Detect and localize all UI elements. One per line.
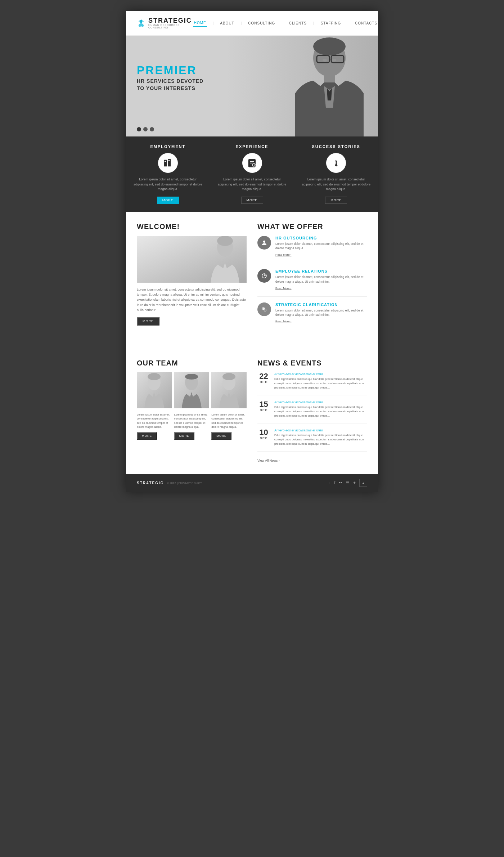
hr-outsourcing-icon-svg — [261, 239, 267, 246]
main-nav: HOME | ABOUT | CONSULTING | CLIENTS | ST… — [193, 20, 378, 27]
news-month-3: DEC — [257, 436, 270, 440]
team-member-2-btn[interactable]: MORE — [174, 432, 194, 440]
welcome-section: WELCOME! Lorem ipsum dolor sit amet, con… — [137, 223, 247, 336]
nav-staffing[interactable]: STAFFING — [320, 20, 342, 26]
news-desc-1: Edio dignissimos ducimus qui blanditiis … — [274, 377, 367, 390]
svg-point-21 — [263, 241, 265, 243]
offer-hr-read-more[interactable]: Read More — [275, 253, 291, 256]
section-divider — [137, 348, 367, 348]
feature-experience-icon — [242, 153, 262, 173]
svg-point-30 — [148, 373, 161, 380]
offer-strategic-clarification: STRATEGIC CLARIFICATION Lorem ipsum dolo… — [257, 302, 367, 330]
feature-employment-btn[interactable]: MORE — [157, 197, 179, 204]
logo-subtitle: HUMAN RESOURCES CONSULTING — [148, 24, 193, 29]
hero-section: PREMIER HR SERVICES DEVOTED TO YOUR INTE… — [126, 36, 378, 136]
svg-rect-8 — [164, 160, 167, 166]
view-all-news[interactable]: View All News — [257, 459, 280, 462]
logo-icon — [137, 18, 145, 28]
team-title: OUR TEAM — [137, 359, 247, 367]
hero-dots — [137, 127, 154, 131]
news-title-1: At vero eos et accusamus et iusto — [274, 372, 367, 376]
welcome-title: WELCOME! — [137, 223, 247, 231]
footer-brand: STRATEGIC — [137, 481, 164, 485]
offer-employee-content: EMPLOYEE RELATIONS Lorem ipsum dolor sit… — [275, 269, 367, 291]
employee-relations-icon-svg — [261, 273, 267, 279]
svg-point-5 — [323, 59, 327, 62]
news-item-3: 10 DEC At vero eos et accusamus et iusto… — [257, 428, 367, 452]
svg-rect-7 — [324, 75, 335, 82]
feature-success-desc: Lorem ipsum dolor sit amet, consectetur … — [301, 177, 371, 192]
feature-success-icon — [326, 153, 346, 173]
hero-line1: HR SERVICES DEVOTED TO YOUR INTERESTS — [137, 78, 203, 92]
feature-experience-desc: Lorem ipsum dolor sit amet, consectetur … — [217, 177, 287, 192]
nav-contacts[interactable]: CONTACTS — [354, 20, 378, 26]
what-we-offer-section: WHAT WE OFFER HR OUTSOURCING Lorem ipsum… — [257, 223, 367, 336]
offer-strategic-content: STRATEGIC CLARIFICATION Lorem ipsum dolo… — [275, 302, 367, 324]
svg-point-6 — [332, 59, 336, 62]
offer-strategic-title: STRATEGIC CLARIFICATION — [275, 302, 367, 307]
offer-hr-outsourcing: HR OUTSOURCING Lorem ipsum dolor sit ame… — [257, 236, 367, 264]
features-bar: EMPLOYMENT Lorem ipsum dolor sit amet, c… — [126, 136, 378, 212]
news-section: NEWS & EVENTS 22 DEC At vero eos et accu… — [257, 359, 367, 463]
team-section: OUR TEAM — [137, 359, 247, 463]
footer-plus-icon[interactable]: + — [353, 480, 356, 485]
news-content-3: At vero eos et accusamus et iusto Edio d… — [274, 428, 367, 446]
feature-employment-icon — [158, 153, 178, 173]
team-member-3-btn[interactable]: MORE — [211, 432, 231, 440]
nav-about[interactable]: ABOUT — [219, 20, 235, 26]
offer-employee-desc: Lorem ipsum dolor sit amet, consectetur … — [275, 275, 367, 284]
svg-point-4 — [313, 37, 346, 55]
footer-facebook-icon[interactable]: f — [334, 480, 335, 485]
offer-hr-desc: Lorem ipsum dolor sit amet, consectetur … — [275, 242, 367, 251]
news-desc-2: Edio dignissimos ducimus qui blanditiis … — [274, 405, 367, 418]
nav-consulting[interactable]: CONSULTING — [247, 20, 276, 26]
dot-2[interactable] — [143, 127, 148, 131]
footer-twitter-icon[interactable]: t — [329, 480, 330, 485]
team-member-2-desc: Lorem ipsum dolor sit amet, consectetur … — [174, 413, 210, 429]
dot-3[interactable] — [150, 127, 154, 131]
welcome-offer-section: WELCOME! Lorem ipsum dolor sit amet, con… — [137, 223, 367, 336]
offer-employee-icon — [257, 269, 271, 283]
team-photo-2 — [174, 372, 210, 408]
hero-person-svg — [274, 36, 367, 136]
experience-icon-svg — [247, 158, 257, 168]
news-content-1: At vero eos et accusamus et iusto Edio d… — [274, 372, 367, 390]
feature-experience-btn[interactable]: MORE — [241, 197, 263, 204]
news-month-1: DEC — [257, 380, 270, 384]
welcome-more-btn[interactable]: MORE — [137, 317, 159, 326]
news-day-3: 10 — [257, 428, 270, 436]
success-icon-svg — [331, 158, 341, 168]
news-content-2: At vero eos et accusamus et iusto Edio d… — [274, 400, 367, 418]
feature-employment: EMPLOYMENT Lorem ipsum dolor sit amet, c… — [126, 136, 210, 212]
offer-strategic-read-more[interactable]: Read More — [275, 320, 291, 323]
header: STRATEGIC HUMAN RESOURCES CONSULTING HOM… — [126, 11, 378, 36]
offer-employee-relations: EMPLOYEE RELATIONS Lorem ipsum dolor sit… — [257, 269, 367, 297]
feature-employment-desc: Lorem ipsum dolor sit amet, consectetur … — [133, 177, 203, 192]
team-member-1-desc: Lorem ipsum dolor sit amet, consectetur … — [137, 413, 172, 429]
svg-point-28 — [265, 310, 265, 310]
strategic-clarification-icon-svg — [261, 306, 267, 313]
feature-experience: EXPERIENCE Lorem ipsum dolor sit amet, c… — [210, 136, 294, 212]
team-person-2-svg — [180, 372, 203, 408]
feature-employment-title: EMPLOYMENT — [133, 144, 203, 149]
offer-employee-read-more[interactable]: Read More — [275, 287, 291, 290]
news-day-2: 15 — [257, 400, 270, 408]
footer-right: t f •• ☰ + ▲ — [329, 479, 367, 487]
footer-dots-icon[interactable]: •• — [339, 480, 342, 485]
dot-1[interactable] — [137, 127, 141, 131]
footer-rss-icon[interactable]: ☰ — [346, 480, 350, 485]
nav-home[interactable]: HOME — [193, 20, 207, 27]
nav-clients[interactable]: CLIENTS — [288, 20, 307, 26]
team-member-1-btn[interactable]: MORE — [137, 432, 157, 440]
offer-strategic-desc: Lorem ipsum dolor sit amet, consectetur … — [275, 308, 367, 318]
news-title: NEWS & EVENTS — [257, 359, 367, 367]
logo-text: STRATEGIC HUMAN RESOURCES CONSULTING — [148, 17, 193, 29]
team-photos — [137, 372, 247, 408]
svg-point-10 — [165, 161, 166, 162]
feature-success-btn[interactable]: MORE — [325, 197, 347, 204]
footer-scroll-top-btn[interactable]: ▲ — [359, 479, 367, 487]
feature-success: SUCCESS STORIES Lorem ipsum dolor sit am… — [294, 136, 378, 212]
offer-strategic-icon — [257, 302, 271, 316]
news-date-1: 22 DEC — [257, 372, 270, 390]
team-news-section: OUR TEAM — [137, 359, 367, 463]
